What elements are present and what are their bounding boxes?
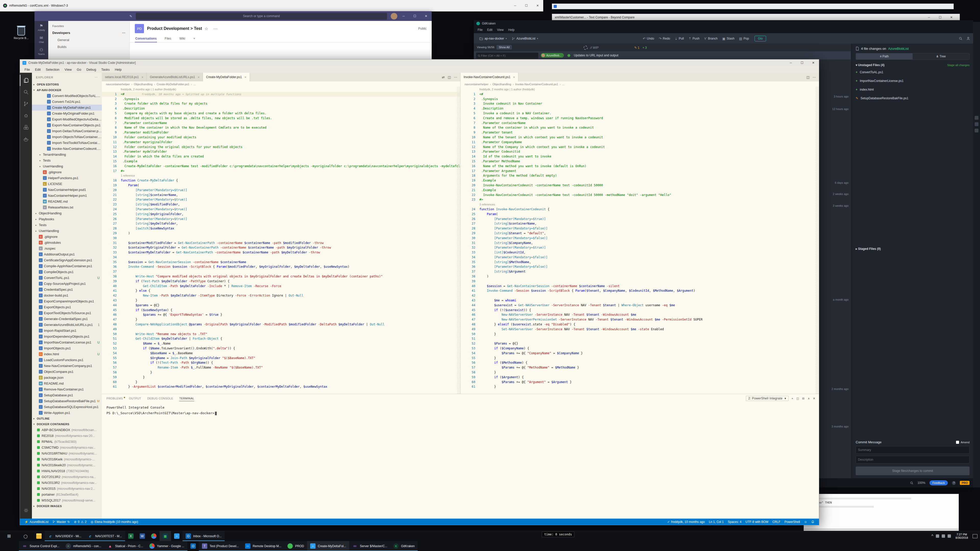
more-icon[interactable]: ⋯ [454, 75, 457, 79]
tree-item[interactable]: Copy-SourceAppProject.ps1 [32, 281, 102, 287]
branch-selector[interactable]: AzureBlobList ▾ [509, 36, 541, 41]
code-line[interactable]: 38 ) [460, 274, 819, 279]
docker-container-item[interactable]: NAV2016RTMAU (microsoft/dynamic... [32, 451, 102, 456]
docker-containers-section[interactable]: ▾ DOCKER CONTAINERS [32, 421, 102, 427]
code-line[interactable]: 48 } elseif ($userexist.state -eq "Disab… [460, 322, 819, 327]
tree-item[interactable]: ObjectCompare.ps1 [32, 369, 102, 375]
explorer-icon[interactable] [20, 75, 32, 86]
staged-files-header[interactable]: ▸ Staged Files (0) [856, 247, 881, 251]
docker-container-item[interactable]: portainer (812ea5e45ac4) [32, 492, 102, 497]
code-line[interactable]: 5 Invoke a codeunit in a NAV Container. [460, 111, 819, 116]
workspace-root-section[interactable]: ▾ AP-NAV-DOCKER [32, 87, 102, 93]
code-line[interactable]: 36 [Parameter(Mandatory=$false)] [460, 264, 819, 269]
code-editor[interactable]: freddydk, 2 months ago | 1 author (fredd… [102, 87, 460, 394]
code-line[interactable]: 46 New-NAVServerUser -ServerInstance NAV… [460, 312, 819, 317]
close-icon[interactable]: ✕ [142, 76, 143, 79]
code-line[interactable]: 22 Invoke-NavContainerCodeunit -containe… [460, 193, 819, 197]
changed-file-row[interactable]: ConvertToAL.ps1 [856, 68, 969, 76]
gitkraken-titlebar[interactable]: GitKraken [474, 20, 973, 27]
teams-tab[interactable]: Conversations [135, 35, 157, 42]
minimap[interactable] [816, 87, 819, 394]
menu-item[interactable]: File [22, 68, 32, 71]
taskbar-button[interactable] [137, 531, 148, 541]
tray-expand-icon[interactable]: ^ [932, 534, 934, 538]
code-line[interactable]: 59 } [102, 375, 460, 380]
taskbar-button[interactable]: NAV100DEV - Mi... [45, 531, 84, 541]
code-line[interactable]: 18function Create-MyDeltaFolder { [102, 178, 460, 183]
tree-item[interactable]: .gitignore [32, 169, 102, 175]
maximize-icon[interactable]: ☐ [409, 14, 420, 18]
amend-toggle[interactable]: Amend [956, 441, 969, 444]
code-line[interactable]: 17#> [102, 169, 460, 173]
taskbar-button[interactable] [171, 531, 183, 541]
tree-item[interactable]: Write-Apption.ps1 [32, 410, 102, 416]
code-line[interactable]: 12 Name of the Company in which context … [460, 145, 819, 149]
favorite-star-icon[interactable]: ☆ [204, 26, 208, 31]
rail-item[interactable]: ✉ Chat [35, 35, 48, 43]
action-center-icon[interactable] [973, 534, 977, 538]
zoom-level[interactable]: 100% [918, 481, 925, 485]
editor-tab[interactable]: Invoke-NavContainerCodeunit.ps1 ✕ [460, 73, 519, 81]
commit-button[interactable]: Stage files/changes to commit [856, 467, 969, 475]
tree-item[interactable]: Import-TestToolkitToNavContainer.ps1 [32, 140, 102, 146]
azure-status-item[interactable]: ⚡ AzureBlobList [22, 520, 51, 524]
minimize-icon[interactable]: ─ [785, 61, 797, 65]
panel-tab[interactable]: OUTPUT [129, 396, 141, 401]
beyond-compare-titlebar[interactable]: xml\Master\Customer... - Text Compare - … [552, 14, 960, 21]
code-line[interactable]: 26 [Parameter(Mandatory=$true)] [460, 217, 819, 222]
code-line[interactable]: 55 } [460, 356, 819, 360]
extensions-icon[interactable] [20, 122, 32, 133]
code-line[interactable]: 50 } [460, 332, 819, 337]
tree-item[interactable]: Import-DeltasToNavContainer.ps1 [32, 128, 102, 134]
split-terminal-icon[interactable]: ◫ [797, 397, 799, 400]
code-line[interactable]: 17 .Parameter Argument [460, 169, 819, 173]
docker-container-item[interactable]: NAV2016kwik20 (microsoft/dynamic... [32, 462, 102, 468]
code-line[interactable]: 25 Param( [460, 212, 819, 217]
docker-container-item[interactable]: NAV2015 (microsoft/dynamics-nav:2... [32, 486, 102, 492]
menu-item[interactable]: Go [74, 68, 84, 71]
stage-all-button[interactable]: Stage all changes [947, 64, 969, 67]
code-line[interactable]: 15 .Example [102, 159, 460, 164]
tree-item[interactable]: ImportDependencyObjects.ps1 [32, 333, 102, 340]
code-line[interactable]: 2 .Synopsis [102, 97, 460, 102]
tree-item[interactable]: ReleaseNotes.txt [32, 205, 102, 210]
repo-selector[interactable]: ap-nav-docker ▾ [477, 36, 509, 41]
tray-icon[interactable] [936, 534, 939, 538]
open-editors-section[interactable]: ▸ OPEN EDITORS [32, 82, 102, 87]
code-line[interactable]: 13 .Parameter mydeltaFolder [102, 149, 460, 154]
zoom-icon[interactable] [910, 481, 913, 485]
code-line[interactable]: 35 [string]$MethodName, [460, 260, 819, 265]
code-line[interactable]: 6 Create and remove a temp. windows user… [460, 116, 819, 121]
docker-container-item[interactable]: NAV2013R2 (microsoft/dynamics-nav... [32, 480, 102, 486]
tree-item[interactable]: SetupDatabaseSQLExpressHost.ps1 [32, 404, 102, 410]
taskbar-button[interactable]: Yammer - Google ... [146, 541, 188, 551]
code-editor[interactable]: freddydk, 2 months ago | 1 author (fredd… [460, 87, 819, 394]
code-line[interactable]: 61 } [460, 384, 819, 389]
codelens[interactable]: 3 references [460, 202, 819, 207]
toolbar-button[interactable]: ▤ Pop [739, 37, 749, 41]
docker-container-item[interactable]: RE2018 (microsoft/dynamics-nav:20... [32, 433, 102, 439]
tree-item[interactable]: ImportNavContainerLicense.ps1 U [32, 340, 102, 345]
code-line[interactable]: 45 if ($useNewSyntax) { [102, 308, 460, 313]
code-line[interactable]: 9 .Parameter tenant [460, 130, 819, 135]
code-line[interactable]: 1<# freddydk, 10 months ago • Splitted u… [102, 92, 460, 97]
taskbar-button[interactable]: Statical - Prism - C... [104, 541, 146, 551]
taskbar-button[interactable] [125, 531, 137, 541]
terminal-selector[interactable]: 2: PowerShell Integrate ▾ [746, 396, 788, 401]
tree-item[interactable]: UserHandling [32, 228, 102, 234]
code-line[interactable]: 14 Folder in which the delta files are c… [102, 154, 460, 159]
code-line[interactable]: 36 Invoke-Command -Session $session -Scr… [102, 264, 460, 269]
code-line[interactable]: 44 $params = @{} [102, 303, 460, 308]
code-line[interactable]: 51 [460, 337, 819, 341]
tree-item[interactable]: NavContainerHelper.psm1 [32, 193, 102, 198]
kill-terminal-icon[interactable]: ⊟ [802, 397, 805, 400]
code-line[interactable]: 44 $userexist = Get-NAVServerUser -Serve… [460, 303, 819, 308]
close-icon[interactable]: ✕ [946, 16, 957, 19]
tree-item[interactable]: ObjectHandling [32, 210, 102, 216]
close-icon[interactable]: ✕ [808, 61, 819, 65]
vscode-titlebar[interactable]: ‹› Create-MyDeltaFolder.ps1 - ap-nav-doc… [20, 59, 819, 66]
docker-container-item[interactable]: RPMAL (b75cac8d2383) [32, 439, 102, 445]
tree-item[interactable]: README.md [32, 198, 102, 205]
sidebar-channel[interactable]: Builds [48, 43, 129, 50]
taskbar-button[interactable]: Server $/Master/C... [349, 541, 390, 551]
